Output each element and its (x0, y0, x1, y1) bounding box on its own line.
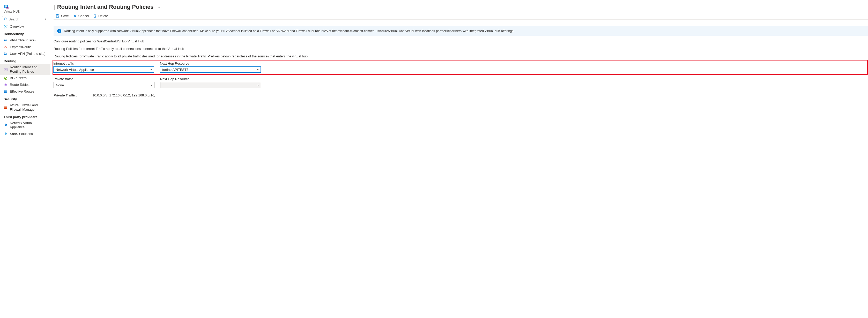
nav-label: Overview (10, 25, 24, 29)
svg-rect-16 (4, 91, 7, 93)
overview-icon (4, 25, 8, 29)
nav-label: User VPN (Point to site) (10, 52, 45, 56)
sidebar-item-route-tables[interactable]: Route Tables (0, 82, 51, 88)
sidebar-item-bgp-peers[interactable]: BGP Peers (0, 75, 51, 82)
virtual-hub-icon (4, 4, 9, 9)
private-nexthop-label: Next Hop Resource (160, 77, 261, 81)
nav-label: Azure Firewall and Firewall Manager (10, 103, 47, 112)
effective-routes-icon (4, 90, 8, 94)
chevron-down-icon: ▾ (257, 84, 259, 87)
title-row: | Routing Intent and Routing Policies ⋯ (54, 2, 868, 12)
private-prefixes-value: 10.0.0.0/8, 172.16.0.0/12, 192.168.0.0/1… (92, 93, 155, 97)
chevron-down-icon: ▾ (151, 68, 152, 71)
nav-label: Routing Intent and Routing Policies (10, 65, 47, 74)
svg-rect-19 (57, 14, 58, 15)
desc-line-1: Configure routing policies for WestCentr… (54, 39, 868, 43)
internet-nexthop-value: fortinetAPITEST3 (162, 68, 188, 72)
section-connectivity: Connectivity (0, 30, 51, 37)
delete-button[interactable]: Delete (93, 14, 108, 18)
page-title: Routing Intent and Routing Policies (57, 4, 154, 10)
routing-intent-icon (4, 67, 8, 72)
section-routing: Routing (0, 57, 51, 64)
cancel-button[interactable]: Cancel (73, 14, 89, 18)
nav-label: SaaS Solutions (10, 132, 33, 136)
sidebar-item-vpn-site[interactable]: VPN (Site to site) (0, 37, 51, 44)
private-nexthop-select: ▾ (160, 82, 261, 88)
vpn-icon (4, 38, 8, 42)
svg-point-11 (4, 53, 5, 54)
chevron-down-icon: ▾ (151, 84, 152, 87)
sidebar-item-expressroute[interactable]: ExpressRoute (0, 44, 51, 51)
svg-point-18 (5, 125, 6, 125)
sidebar-item-effective-routes[interactable]: Effective Routes (0, 88, 51, 95)
hub-header: Virtual HUB (0, 2, 51, 15)
nav-label: BGP Peers (10, 76, 27, 81)
nav-label: VPN (Site to site) (10, 38, 36, 43)
chevron-down-icon: ▾ (257, 68, 258, 71)
svg-point-2 (4, 18, 6, 20)
private-traffic-row: Private traffic None ▾ Next Hop Resource… (54, 75, 868, 90)
info-icon: i (57, 29, 61, 33)
sidebar: Virtual HUB « Overview Connectivity VPN … (0, 0, 51, 139)
main-content: | Routing Intent and Routing Policies ⋯ … (51, 0, 868, 139)
delete-label: Delete (98, 14, 108, 18)
internet-nexthop-select[interactable]: fortinetAPITEST3 ▾ (160, 66, 261, 73)
cancel-icon (73, 14, 77, 18)
nva-icon (4, 123, 8, 127)
svg-rect-17 (4, 106, 7, 109)
svg-rect-9 (4, 39, 5, 41)
cancel-label: Cancel (79, 14, 89, 18)
save-label: Save (61, 14, 69, 18)
sidebar-item-user-vpn[interactable]: User VPN (Point to site) (0, 51, 51, 57)
toolbar: Save Cancel Delete (54, 12, 868, 20)
sidebar-search[interactable] (2, 16, 43, 22)
svg-point-15 (5, 78, 6, 78)
search-icon (4, 17, 7, 21)
internet-traffic-value: Network Virtual Appliance (56, 68, 94, 72)
nav-label: Effective Routes (10, 90, 34, 94)
saas-icon (4, 132, 8, 136)
route-tables-icon (4, 83, 8, 87)
svg-line-3 (6, 20, 7, 21)
nav-label: Route Tables (10, 83, 30, 87)
internet-traffic-select[interactable]: Network Virtual Appliance ▾ (53, 66, 154, 73)
bgp-icon (4, 76, 8, 81)
private-traffic-label: Private traffic (54, 77, 154, 81)
svg-rect-10 (6, 39, 7, 41)
hub-label: Virtual HUB (4, 10, 20, 13)
svg-point-12 (6, 53, 7, 54)
sidebar-item-saas[interactable]: SaaS Solutions (0, 131, 51, 137)
save-icon (56, 14, 60, 18)
delete-icon (93, 14, 97, 18)
info-text: Routing intent is only supported with Ne… (64, 29, 514, 33)
internet-traffic-row: Internet traffic Network Virtual Applian… (53, 60, 868, 75)
sidebar-item-azure-firewall[interactable]: Azure Firewall and Firewall Manager (0, 102, 51, 113)
section-security: Security (0, 95, 51, 102)
info-banner: i Routing intent is only supported with … (54, 26, 868, 36)
internet-traffic-label: Internet traffic (53, 62, 154, 65)
expressroute-icon (4, 45, 8, 49)
svg-rect-20 (57, 16, 59, 17)
user-vpn-icon (4, 52, 8, 56)
firewall-icon (4, 105, 8, 109)
section-thirdparty: Third party providers (0, 113, 51, 120)
private-prefixes-label: Private Traffic: (54, 93, 77, 97)
nav-label: ExpressRoute (10, 45, 31, 50)
save-button[interactable]: Save (56, 14, 69, 18)
search-input[interactable] (8, 17, 41, 21)
nav-label: Network Virtual Appliance (10, 121, 47, 130)
desc-line-3: Routing Policies for Private Traffic app… (54, 54, 868, 58)
private-traffic-value: None (56, 83, 64, 87)
internet-nexthop-label: Next Hop Resource (160, 62, 261, 65)
private-traffic-select[interactable]: None ▾ (54, 82, 154, 88)
sidebar-item-overview[interactable]: Overview (0, 23, 51, 30)
sidebar-item-routing-intent[interactable]: Routing Intent and Routing Policies (0, 64, 51, 75)
more-icon[interactable]: ⋯ (155, 5, 162, 9)
sidebar-item-nva[interactable]: Network Virtual Appliance (0, 120, 51, 131)
private-prefixes-row: Private Traffic: 10.0.0.0/8, 172.16.0.0/… (54, 93, 868, 97)
desc-line-2: Routing Policies for Internet Traffic ap… (54, 47, 868, 51)
collapse-sidebar-icon[interactable]: « (45, 17, 49, 21)
title-pipe: | (54, 4, 55, 10)
